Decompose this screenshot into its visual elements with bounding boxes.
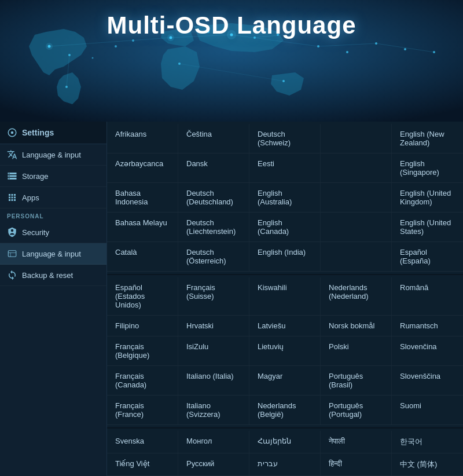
- list-item[interactable]: [321, 213, 392, 241]
- list-item[interactable]: Filipino: [107, 316, 178, 336]
- list-item[interactable]: Slovenščina: [392, 366, 463, 395]
- list-item[interactable]: Slovenčina: [392, 336, 463, 365]
- list-item[interactable]: Русский: [178, 453, 249, 475]
- list-item[interactable]: Svenska: [107, 431, 178, 453]
- list-item[interactable]: Deutsch (Deutschland): [178, 183, 249, 212]
- table-row: Tiếng ViệtРусскийעבריתहिन्दी中文 (简体): [107, 453, 463, 476]
- list-item[interactable]: Eesti: [249, 153, 321, 182]
- list-item[interactable]: Tiếng Việt: [107, 453, 178, 475]
- list-item[interactable]: Čeština: [178, 124, 249, 153]
- list-item[interactable]: English (United Kingdom): [392, 183, 463, 212]
- list-item[interactable]: Hrvatski: [178, 316, 249, 336]
- list-item[interactable]: English (United States): [392, 213, 463, 241]
- table-row: Français (France)Italiano (Svizzera)Nede…: [107, 396, 463, 425]
- list-item[interactable]: Français (Suisse): [178, 277, 249, 315]
- list-item[interactable]: Italiano (Italia): [178, 366, 249, 395]
- svg-point-17: [115, 45, 117, 47]
- apps-icon: [7, 192, 17, 203]
- sidebar-language2-label: Language & input: [22, 250, 81, 258]
- header-section: Multi-OSD Language: [0, 0, 463, 122]
- table-row: AfrikaansČeštinaDeutsch (Schweiz)English…: [107, 124, 463, 153]
- sidebar-storage-label: Storage: [22, 172, 49, 181]
- list-item[interactable]: Español (España): [392, 242, 463, 271]
- list-item[interactable]: Deutsch (Schweiz): [249, 124, 321, 153]
- list-item[interactable]: Română: [392, 277, 463, 315]
- list-item[interactable]: Deutsch (Österreich): [178, 242, 249, 271]
- list-item[interactable]: [321, 124, 392, 153]
- list-item[interactable]: Afrikaans: [107, 124, 178, 153]
- table-row: FilipinoHrvatskiLatviešuNorsk bokmålRuma…: [107, 316, 463, 336]
- language-grid[interactable]: AfrikaansČeštinaDeutsch (Schweiz)English…: [107, 122, 463, 476]
- list-item[interactable]: Dansk: [178, 153, 249, 182]
- sidebar: Settings Language & input Storage: [0, 122, 107, 476]
- list-item[interactable]: नेपाली: [321, 431, 392, 453]
- svg-point-15: [404, 48, 406, 50]
- language2-icon: [7, 248, 17, 259]
- list-item[interactable]: Italiano (Svizzera): [178, 396, 249, 424]
- table-row: SvenskaМонголՀայերենनेपाली한국어: [107, 431, 463, 453]
- list-item[interactable]: Português (Brasil): [321, 366, 392, 395]
- sidebar-item-apps[interactable]: Apps: [0, 187, 106, 208]
- sidebar-item-security[interactable]: Security: [0, 222, 106, 243]
- list-item[interactable]: Suomi: [392, 396, 463, 424]
- main-container: Settings Language & input Storage: [0, 122, 463, 476]
- list-item[interactable]: Kiswahili: [249, 277, 321, 315]
- lang-group-0: AfrikaansČeštinaDeutsch (Schweiz)English…: [107, 122, 463, 275]
- list-item[interactable]: [321, 183, 392, 212]
- svg-point-18: [132, 39, 134, 42]
- list-item[interactable]: English (Australia): [249, 183, 321, 212]
- list-item[interactable]: हिन्दी: [321, 453, 392, 475]
- list-item[interactable]: English (Canada): [249, 213, 321, 241]
- list-item[interactable]: Bahasa Indonesia: [107, 183, 178, 212]
- list-item[interactable]: Català: [107, 242, 178, 271]
- table-row: Français (Belgique)IsiZuluLietuviųPolski…: [107, 336, 463, 366]
- list-item[interactable]: עברית: [249, 453, 321, 475]
- list-item[interactable]: Rumantsch: [392, 316, 463, 336]
- list-item[interactable]: Magyar: [249, 366, 321, 395]
- list-item[interactable]: English (Singapore): [392, 153, 463, 182]
- list-item[interactable]: Latviešu: [249, 316, 321, 336]
- list-item[interactable]: [321, 242, 392, 271]
- list-item[interactable]: Монгол: [178, 431, 249, 453]
- sidebar-item-backup[interactable]: Backup & reset: [0, 265, 106, 286]
- list-item[interactable]: Հայերեն: [249, 431, 321, 453]
- sidebar-item-storage[interactable]: Storage: [0, 166, 106, 187]
- list-item[interactable]: English (New Zealand): [392, 124, 463, 153]
- list-item[interactable]: Bahasa Melayu: [107, 213, 178, 241]
- list-item[interactable]: IsiZulu: [178, 336, 249, 365]
- list-item[interactable]: Azərbaycanca: [107, 153, 178, 182]
- table-row: Bahasa IndonesiaDeutsch (Deutschland)Eng…: [107, 183, 463, 213]
- list-item[interactable]: Nederlands (België): [249, 396, 321, 424]
- table-row: Bahasa MelayuDeutsch (Liechtenstein)Engl…: [107, 213, 463, 242]
- list-item[interactable]: Nederlands (Nederland): [321, 277, 392, 315]
- sidebar-apps-label: Apps: [22, 193, 39, 202]
- list-item[interactable]: Français (France): [107, 396, 178, 424]
- lang-group-2: SvenskaМонголՀայերենनेपाली한국어Tiếng ViệtР…: [107, 429, 463, 476]
- storage-icon: [7, 171, 17, 181]
- list-item[interactable]: [321, 153, 392, 182]
- table-row: Español (Estados Unidos)Français (Suisse…: [107, 277, 463, 316]
- sidebar-security-label: Security: [22, 228, 49, 237]
- sidebar-item-language-input-2[interactable]: Language & input: [0, 243, 106, 265]
- list-item[interactable]: Norsk bokmål: [321, 316, 392, 336]
- sidebar-item-language-input[interactable]: Language & input: [0, 144, 106, 166]
- list-item[interactable]: Lietuvių: [249, 336, 321, 365]
- list-item[interactable]: 中文 (简体): [392, 453, 463, 475]
- list-item[interactable]: Deutsch (Liechtenstein): [178, 213, 249, 241]
- list-item[interactable]: Français (Belgique): [107, 336, 178, 365]
- sidebar-language-label: Language & input: [22, 151, 81, 159]
- list-item[interactable]: 한국어: [392, 431, 463, 453]
- list-item[interactable]: Français (Canada): [107, 366, 178, 395]
- settings-icon: [7, 127, 17, 138]
- sidebar-section-personal: PERSONAL: [0, 208, 106, 222]
- sidebar-backup-label: Backup & reset: [22, 271, 73, 280]
- svg-point-19: [92, 57, 94, 59]
- list-item[interactable]: Español (Estados Unidos): [107, 277, 178, 315]
- lang-group-1: Español (Estados Unidos)Français (Suisse…: [107, 275, 463, 429]
- security-icon: [7, 227, 17, 237]
- settings-label: Settings: [22, 128, 54, 137]
- list-item[interactable]: English (India): [249, 242, 321, 271]
- sidebar-header: Settings: [0, 122, 106, 144]
- list-item[interactable]: Português (Portugal): [321, 396, 392, 424]
- list-item[interactable]: Polski: [321, 336, 392, 365]
